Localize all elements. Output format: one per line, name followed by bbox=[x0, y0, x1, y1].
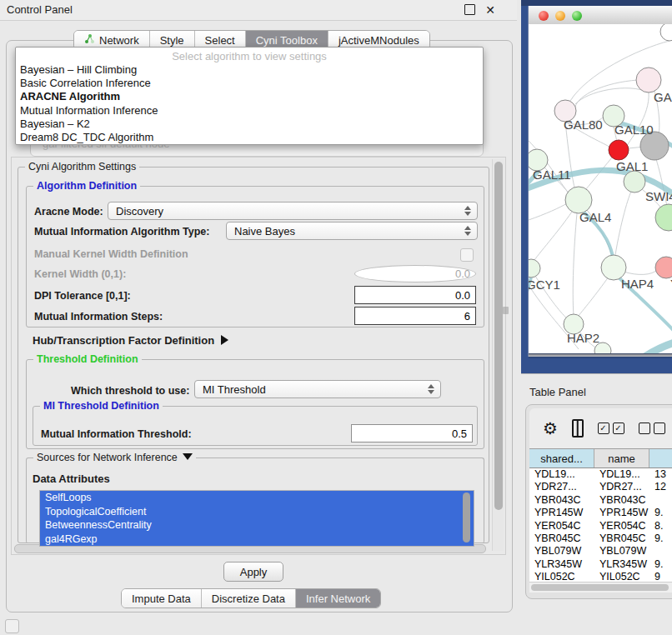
window-shadow bbox=[529, 353, 672, 359]
network-node-y[interactable] bbox=[655, 257, 672, 278]
tab-infer-network[interactable]: Infer Network bbox=[295, 589, 380, 608]
aracne-mode-label: Aracne Mode: bbox=[34, 206, 103, 218]
table-row[interactable]: YBR043CYBR043C bbox=[529, 494, 672, 507]
aracne-mode-combo[interactable]: Discovery bbox=[108, 202, 478, 220]
mi-threshold-field[interactable]: 0.5 bbox=[351, 424, 473, 442]
close-traffic-light-icon[interactable] bbox=[539, 11, 549, 21]
kernel-width-field[interactable]: 0.0 bbox=[354, 265, 476, 282]
table-cell: YBR045C bbox=[594, 532, 649, 545]
gear-icon[interactable]: ⚙ bbox=[543, 420, 558, 437]
algorithm-list-item[interactable]: Mutual Information Inference bbox=[16, 104, 483, 118]
mi-type-combo[interactable]: Naive Bayes bbox=[226, 222, 478, 240]
network-node-gal1[interactable] bbox=[609, 140, 629, 160]
tab-discretize-data[interactable]: Discretize Data bbox=[201, 589, 295, 608]
tab-label: Impute Data bbox=[132, 592, 191, 605]
zoom-traffic-light-icon[interactable] bbox=[572, 11, 582, 21]
table-cell: YBL079W bbox=[594, 545, 649, 558]
attributes-scrollbar[interactable] bbox=[463, 492, 470, 542]
panel-divider-handle[interactable] bbox=[503, 307, 509, 314]
column-header[interactable]: shared... bbox=[529, 449, 594, 468]
show-columns-icon[interactable]: ✓✓ bbox=[598, 422, 624, 434]
close-icon[interactable]: ✕ bbox=[485, 5, 495, 15]
node-label: SWI4 bbox=[645, 189, 672, 203]
data-attributes-list[interactable]: SelfLoopsTopologicalCoefficientBetweenne… bbox=[39, 490, 474, 547]
table-panel-region: Table Panel ⚙ ✓✓ shared...name YDL19...Y… bbox=[521, 373, 672, 635]
control-panel-title: Control Panel bbox=[7, 3, 73, 16]
hub-definition-label: Hub/Transcription Factor Definition bbox=[33, 334, 214, 347]
table-cell: 9. bbox=[649, 558, 672, 571]
manual-kernel-checkbox[interactable] bbox=[460, 248, 474, 262]
network-node[interactable] bbox=[655, 204, 672, 231]
which-threshold-combo[interactable]: MI Threshold bbox=[194, 380, 441, 398]
settings-scrollpane: Cyni Algorithm Settings Algorithm Defini… bbox=[11, 157, 506, 555]
combo-stepper-icon bbox=[428, 384, 434, 394]
algorithm-dropdown-popup: Select algorithm to view settings Bayesi… bbox=[15, 47, 484, 145]
network-node-gcy1[interactable] bbox=[529, 259, 540, 278]
table-row[interactable]: YBR045CYBR045C9. bbox=[529, 532, 672, 545]
hub-definition-toggle[interactable]: Hub/Transcription Factor Definition bbox=[33, 334, 228, 347]
table-cell: 9. bbox=[649, 532, 672, 545]
table-cell: YIL052C bbox=[594, 571, 649, 582]
node-label: GAL80 bbox=[564, 118, 603, 132]
tab-label: Style bbox=[160, 34, 184, 47]
tab-impute-data[interactable]: Impute Data bbox=[122, 589, 201, 608]
kernel-width-label: Kernel Width (0,1): bbox=[34, 268, 126, 280]
dpi-tolerance-field[interactable]: 0.0 bbox=[354, 286, 476, 304]
algorithm-list-item[interactable]: Bayesian – K2 bbox=[16, 118, 483, 131]
table-cell: YLR345W bbox=[529, 558, 594, 571]
table-row[interactable]: YLR345WYLR345W9. bbox=[529, 558, 672, 571]
attribute-list-item[interactable]: gal4RGexp bbox=[40, 532, 474, 547]
network-node-gal[interactable] bbox=[636, 68, 661, 92]
network-node-swi4[interactable] bbox=[624, 171, 645, 192]
algorithm-list-item[interactable]: ARACNE Algorithm bbox=[16, 90, 483, 103]
algorithm-list-item[interactable]: Dream8 DC_TDC Algorithm bbox=[16, 131, 483, 144]
settings-vertical-scrollbar[interactable] bbox=[492, 159, 504, 551]
tab-label: Infer Network bbox=[306, 592, 370, 605]
table-cell: YIL052C bbox=[529, 571, 594, 582]
attribute-list-item[interactable]: SelfLoops bbox=[40, 491, 474, 505]
table-cell: YBR043C bbox=[529, 494, 594, 507]
algorithm-list: Bayesian – Hill ClimbingBasic Correlatio… bbox=[16, 63, 483, 144]
tab-label: Discretize Data bbox=[212, 592, 285, 605]
node-label: GCY1 bbox=[529, 278, 560, 292]
which-threshold-label: Which threshold to use: bbox=[71, 385, 189, 397]
table-row[interactable]: YDL19...YDL19...13 bbox=[529, 468, 672, 481]
mi-type-value: Naive Bayes bbox=[234, 225, 295, 238]
algorithm-list-item[interactable]: Basic Correlation Inference bbox=[16, 77, 483, 90]
table-cell: 9. bbox=[649, 507, 672, 519]
minimize-traffic-light-icon[interactable] bbox=[555, 11, 565, 21]
table-row[interactable]: YIL052CYIL052C9 bbox=[529, 571, 672, 582]
table-cell: YBR045C bbox=[529, 532, 594, 545]
table-row[interactable]: YBL079WYBL079W bbox=[529, 545, 672, 558]
attribute-list-item[interactable]: TopologicalCoefficient bbox=[40, 505, 474, 519]
column-header[interactable] bbox=[649, 449, 672, 468]
table-cell: YBL079W bbox=[529, 545, 594, 558]
table-horizontal-scrollbar[interactable] bbox=[529, 582, 672, 592]
table-row[interactable]: YPR145WYPR145W9. bbox=[529, 507, 672, 519]
float-window-icon[interactable] bbox=[464, 4, 475, 15]
mi-threshold-group-title: MI Threshold Definition bbox=[40, 400, 163, 412]
table-row[interactable]: YDR27...YDR27...12 bbox=[529, 481, 672, 493]
dock-corner-button[interactable] bbox=[5, 619, 19, 633]
table-cell: YER054C bbox=[529, 520, 594, 532]
network-node[interactable] bbox=[660, 24, 672, 41]
table-body: YDL19...YDL19...13YDR27...YDR27...12YBR0… bbox=[529, 468, 672, 582]
mi-threshold-label: Mutual Information Threshold: bbox=[41, 428, 192, 440]
split-view-icon[interactable] bbox=[572, 419, 584, 438]
cyni-settings-group-title: Cyni Algorithm Settings bbox=[25, 161, 139, 172]
network-icon bbox=[84, 33, 95, 47]
mi-steps-field[interactable]: 6 bbox=[354, 307, 476, 325]
apply-button[interactable]: Apply bbox=[223, 562, 283, 582]
node-table[interactable]: shared...name YDL19...YDL19...13YDR27...… bbox=[529, 448, 672, 582]
table-row[interactable]: YER054CYER054C8. bbox=[529, 520, 672, 532]
sources-group-title[interactable]: Sources for Network Inference bbox=[33, 452, 196, 463]
column-header[interactable]: name bbox=[594, 449, 649, 468]
hide-columns-icon[interactable] bbox=[639, 422, 665, 434]
algorithm-list-item[interactable]: Bayesian – Hill Climbing bbox=[16, 63, 483, 77]
network-canvas[interactable]: GALGAL80GAL10GAL1GAL11SWI4GAL4GCY1HAP4YH… bbox=[529, 24, 672, 353]
attribute-list-item[interactable]: BetweennessCentrality bbox=[40, 518, 474, 532]
node-label: HAP4 bbox=[621, 277, 654, 291]
table-toolbar: ⚙ ✓✓ bbox=[529, 408, 672, 448]
table-cell: YPR145W bbox=[529, 507, 594, 519]
network-window-titlebar[interactable] bbox=[529, 6, 672, 25]
